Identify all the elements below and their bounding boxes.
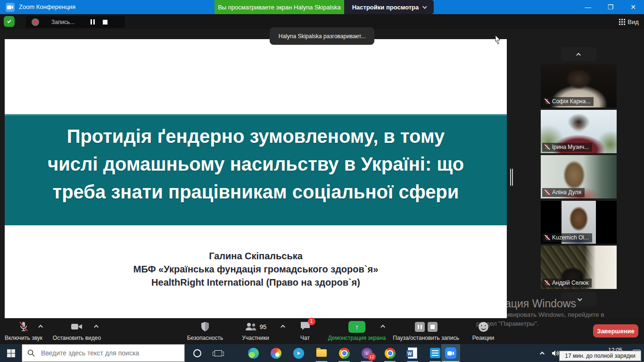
explorer-app-button[interactable] [312,344,331,362]
pause-recording-icon[interactable] [91,19,95,25]
pause-record-icon[interactable] [415,322,425,332]
paint-icon [271,348,281,359]
tray-expand-button[interactable] [537,344,549,362]
stop-recording-icon[interactable] [103,20,107,25]
muted-mic-icon [544,280,550,286]
word-icon: W [408,347,417,359]
participant-name-badge: Ірина Музич... [542,143,592,152]
chevron-down-icon [577,296,582,301]
cortana-icon [193,349,201,357]
speaker-icon [552,350,560,357]
participants-button[interactable]: 95 Участники [233,321,278,341]
chrome2-app-button[interactable] [380,344,399,362]
security-label: Безопасность [187,335,223,341]
stop-video-button[interactable]: Остановить видео [51,321,103,341]
chevron-down-icon [422,4,427,9]
share-screen-label: Демонстрация экрана [328,335,386,341]
stop-video-label: Остановить видео [53,335,101,341]
task-view-icon [215,350,222,356]
folder-icon [316,349,327,357]
word-app-button[interactable]: W [403,344,422,362]
start-button[interactable] [0,344,22,362]
view-settings-dropdown[interactable]: Настройки просмотра [344,0,434,14]
participants-label: Участники [242,335,269,341]
end-meeting-button[interactable]: Завершение [593,324,638,337]
muted-mic-icon [544,99,550,105]
smiley-icon [479,322,488,332]
telegram-app-button[interactable]: ➤ [289,344,308,362]
zoom-taskbar-icon [445,347,456,359]
slide-presenter-block: Галина Скіпальська МБФ «Українська фунда… [5,249,507,289]
share-screen-icon: ↑ [348,321,365,333]
view-button[interactable]: Вид [616,16,642,27]
telegram-icon: ➤ [293,348,304,359]
windows-logo-icon [7,349,15,357]
restore-button[interactable]: ❐ [600,0,621,14]
encryption-shield-icon[interactable] [4,16,15,27]
participant-name: Софія Карна... [552,98,590,105]
battery-tooltip: 17 мин. до полной зарядки [559,351,641,361]
participant-tile[interactable]: Софія Карна... [541,65,617,107]
edge-icon [248,348,259,359]
participants-options-chevron[interactable] [281,325,285,329]
view-settings-label: Настройки просмотра [352,4,419,11]
viewing-screen-banner: Вы просматриваете экран Halyna Skipalska [215,0,344,14]
speaking-toast: Halyna Skipalska разговаривает... [270,27,374,45]
participant-tile[interactable]: Kuzemich Ol... [541,201,617,244]
recording-indicator: Запись... [26,16,125,28]
participants-scroll-up-button[interactable] [561,47,597,61]
viber-app-button[interactable]: ☏12 [357,344,376,362]
record-dot-icon [32,18,39,26]
chrome-icon [385,348,396,359]
participant-name: Kuzemich Ol... [552,234,589,241]
close-button[interactable]: ✕ [622,0,644,14]
stop-record-icon[interactable] [428,322,438,332]
participants-icon [245,322,257,331]
participant-name: Аліна Дуля [552,189,581,196]
slide-title-line: треба знати працівникам соціальної сфери [5,178,507,206]
unmute-button[interactable]: Включить звук [4,321,43,341]
chat-label: Чат [300,335,310,341]
recording-label: Запись... [51,19,74,25]
panel-resize-handle[interactable] [510,169,513,186]
task-view-button[interactable] [209,344,228,362]
window-titlebar: Zoom Конференция Вы просматриваете экран… [0,0,644,14]
chat-button[interactable]: 1 Чат [293,321,317,341]
zoom-app-icon [6,3,15,12]
windows-taskbar: ➤ ☏12 W УКР 12:05 [0,344,644,362]
participant-tile[interactable]: Андрій Селюк [541,246,617,289]
chrome-icon [339,348,350,359]
presenter-org-en: HealthRight International (Право на здор… [5,276,507,289]
zoom-app-button[interactable] [441,344,460,362]
cortana-button[interactable] [188,344,206,362]
unmute-label: Включить звук [5,335,42,341]
security-button[interactable]: Безопасность [182,321,229,341]
minimize-button[interactable]: ― [577,0,599,14]
pause-stop-record-button[interactable]: Пауза/остановить запись [389,321,462,341]
presentation-slide: Протидія ґендерно зумовленому, в тому чи… [5,39,507,318]
chat-badge: 1 [308,318,315,325]
reactions-button[interactable]: Реакции [470,321,496,341]
participant-name: Ірина Музич... [552,144,589,150]
view-button-label: Вид [627,18,639,25]
muted-mic-icon [544,189,550,196]
share-screen-button[interactable]: ↑ Демонстрация экрана [324,321,389,341]
spreadsheet-icon [430,348,440,358]
paint-app-button[interactable] [266,344,285,362]
edge-app-button[interactable] [244,344,263,362]
participant-name: Андрій Селюк [552,280,588,286]
record-label: Пауза/остановить запись [393,335,459,341]
taskbar-search-input[interactable] [22,344,185,362]
mouse-cursor-icon [494,35,502,44]
participant-name-badge: Kuzemich Ol... [542,233,592,242]
participants-scroll-down-button[interactable] [561,292,597,306]
chrome-app-button[interactable] [335,344,354,362]
participant-name-badge: Андрій Селюк [542,279,592,288]
window-title: Zoom Конференция [19,3,75,10]
reactions-label: Реакции [472,335,494,341]
participant-tile[interactable]: Ірина Музич... [541,110,617,153]
muted-mic-icon [544,144,550,150]
viber-icon: ☏12 [362,348,372,359]
muted-mic-icon [544,235,550,241]
participant-tile[interactable]: Аліна Дуля [541,155,617,198]
